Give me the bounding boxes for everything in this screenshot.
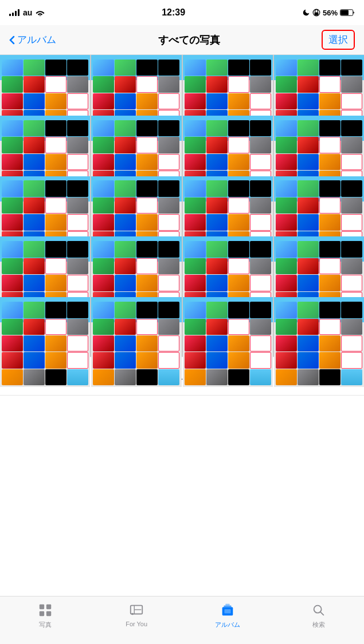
tab-search-label: 検索 bbox=[312, 621, 325, 629]
photos-icon bbox=[37, 602, 53, 618]
photo-grid bbox=[0, 55, 364, 357]
signal-bar-1 bbox=[9, 14, 11, 16]
signal-bar-4 bbox=[18, 9, 19, 16]
back-button[interactable]: アルバム bbox=[9, 33, 56, 46]
svg-rect-13 bbox=[224, 609, 230, 613]
tab-photos[interactable]: 写真 bbox=[0, 602, 91, 629]
svg-rect-1 bbox=[314, 12, 318, 15]
foryou-icon-svg bbox=[129, 603, 144, 618]
search-icon bbox=[311, 602, 327, 618]
photos-icon-svg bbox=[38, 603, 53, 618]
albums-icon-svg bbox=[220, 603, 235, 618]
wifi-icon bbox=[36, 9, 45, 16]
status-left: au bbox=[9, 8, 45, 17]
photo-cell[interactable] bbox=[183, 297, 273, 387]
lock-icon bbox=[312, 9, 320, 17]
photo-cell[interactable] bbox=[274, 297, 364, 387]
back-label: アルバム bbox=[17, 33, 56, 46]
moon-icon bbox=[302, 9, 310, 17]
page-title: すべての写真 bbox=[158, 33, 220, 47]
tab-foryou[interactable]: For You bbox=[91, 602, 182, 627]
svg-rect-7 bbox=[46, 611, 51, 616]
status-right: 56% bbox=[302, 9, 355, 17]
svg-rect-11 bbox=[224, 606, 231, 607]
status-time: 12:39 bbox=[162, 7, 185, 18]
svg-point-9 bbox=[131, 613, 134, 615]
svg-rect-3 bbox=[340, 10, 349, 15]
battery-percent: 56% bbox=[323, 9, 338, 17]
svg-rect-4 bbox=[40, 605, 44, 609]
svg-rect-12 bbox=[225, 604, 229, 606]
photo-cell[interactable] bbox=[0, 297, 90, 387]
tab-photos-label: 写真 bbox=[39, 621, 52, 629]
svg-rect-5 bbox=[46, 605, 51, 609]
tab-foryou-label: For You bbox=[126, 621, 147, 627]
albums-icon bbox=[220, 602, 236, 618]
signal-bar-3 bbox=[15, 11, 17, 16]
foryou-icon bbox=[128, 602, 144, 618]
signal-bars bbox=[9, 9, 19, 16]
select-button[interactable]: 選択 bbox=[322, 30, 355, 50]
chevron-left-icon bbox=[9, 35, 15, 45]
tab-albums[interactable]: アルバム bbox=[182, 602, 273, 629]
tab-search[interactable]: 検索 bbox=[273, 602, 364, 629]
tab-albums-label: アルバム bbox=[215, 621, 240, 629]
nav-bar: アルバム すべての写真 選択 bbox=[0, 25, 364, 55]
signal-bar-2 bbox=[12, 13, 14, 16]
svg-rect-6 bbox=[40, 611, 44, 616]
status-bar: au 12:39 56% bbox=[0, 0, 364, 25]
search-icon-svg bbox=[311, 603, 326, 618]
battery-icon bbox=[340, 9, 355, 17]
carrier-label: au bbox=[23, 8, 32, 17]
tab-bar: 写真 For You アルバム bbox=[0, 596, 364, 644]
photo-cell[interactable] bbox=[91, 297, 181, 387]
